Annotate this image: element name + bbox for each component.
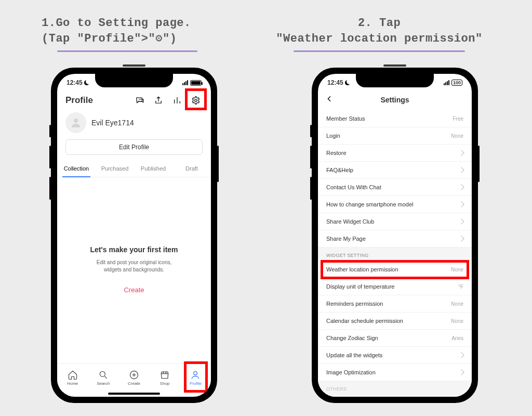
share-icon[interactable] [154,96,163,105]
home-indicator [108,393,160,395]
settings-header: Settings [318,90,472,109]
phone-side-button-right [478,146,480,182]
chevron-right-icon [458,236,464,241]
chevron-right-icon [458,369,464,375]
row-change-model[interactable]: How to change smartphone model [318,196,472,213]
chevron-left-icon [325,95,334,103]
chat-icon[interactable] [135,96,144,105]
row-value: None [451,267,463,272]
empty-state: Let's make your first item Edit and post… [68,245,201,294]
caption-underline [57,50,197,52]
edit-profile-label: Edit Profile [119,144,149,151]
row-reminders[interactable]: Reminders permission None [318,295,472,313]
row-label: Update all the widgets [326,352,382,358]
user-row: Evil Eye1714 [57,112,211,133]
row-login[interactable]: Login None [318,127,472,145]
row-value: °F [458,284,463,290]
tab-draft[interactable]: Draft [172,161,211,177]
row-temp-unit[interactable]: Display unit of temperature °F [318,278,472,295]
tabbar-create[interactable]: Create [118,364,149,392]
chevron-right-icon [458,167,464,173]
tabbar-search[interactable]: Search [88,364,118,392]
highlight-profile-tab [184,361,208,393]
row-value: None [451,301,463,307]
row-image-opt[interactable]: Image Optimization [318,364,472,381]
tab-collection[interactable]: Collection [57,161,96,177]
status-time: 12:45 [66,79,83,86]
tabbar-home[interactable]: Home [57,364,88,392]
row-label: Calendar schedule permission [326,318,403,324]
phone-notch [356,74,434,87]
battery-icon [190,80,202,86]
tabbar-shop[interactable]: Shop [150,364,180,392]
back-button[interactable] [325,95,334,105]
edit-profile-button[interactable]: Edit Profile [65,139,203,155]
chevron-right-icon [458,201,464,207]
row-value: Aries [451,335,463,341]
screen-settings: 12:45 100 Settings Member Status Free Lo… [318,74,472,397]
plus-circle-icon [129,370,139,380]
phone-notch [95,74,173,87]
row-contact[interactable]: Contact Us With Chat [318,179,472,196]
username-label: Evil Eye1714 [91,119,134,127]
row-value: None [451,318,463,324]
stats-icon[interactable] [172,96,182,105]
step1-caption: 1.Go to Setting page. (Tap "Profile">"⚙"… [42,16,229,52]
row-share-club[interactable]: Share Widget Club [318,213,472,230]
row-faq[interactable]: FAQ&Help [318,162,472,179]
row-label: FAQ&Help [326,167,353,173]
row-value: None [451,133,463,139]
speaker-slot [383,64,406,67]
chevron-right-icon [458,150,464,155]
row-label: Login [326,133,340,139]
shop-icon [159,370,170,380]
row-label: Weather location permission [326,266,398,272]
home-icon [68,370,78,380]
profile-tabs: Collection Purchased Published Draft [57,161,211,177]
step1-line2: (Tap "Profile">"⚙") [42,31,229,47]
empty-title: Let's make your first item [68,245,201,254]
settings-list[interactable]: Member Status Free Login None Restore FA… [318,110,472,397]
empty-subtitle: Edit and post your original icons, widge… [68,259,201,274]
chevron-right-icon [458,352,464,358]
row-label: Restore [326,150,347,156]
row-label: Share Widget Club [326,218,374,225]
row-member-status[interactable]: Member Status Free [318,110,472,127]
phone-side-buttons-left [310,125,312,208]
step2-line2: "Weather location permission" [255,31,504,47]
section-widget-setting: WIDGET SETTING [318,248,472,261]
row-label: Change Zodiac Sign [326,335,378,341]
svg-point-1 [74,119,78,123]
row-weather-permission[interactable]: Weather location permission None [318,261,472,278]
create-link[interactable]: Create [68,286,201,294]
row-zodiac[interactable]: Change Zodiac Sign Aries [318,330,472,347]
tab-published[interactable]: Published [134,161,172,177]
caption-underline [294,50,465,52]
speaker-slot [123,64,145,67]
row-label: How to change smartphone model [326,201,414,207]
row-share-my-page[interactable]: Share My Page [318,230,472,248]
signal-icon [182,80,188,85]
phone-settings: 12:45 100 Settings Member Status Free Lo… [312,68,478,403]
step2-caption: 2. Tap "Weather location permission" [255,16,504,52]
row-restore[interactable]: Restore [318,145,472,162]
row-label: Member Status [326,115,365,122]
chevron-right-icon [458,184,464,190]
phone-profile: 12:45 Profile [51,68,217,403]
avatar[interactable] [65,112,86,133]
section-others: OTHERS [318,381,472,395]
row-calendar[interactable]: Calendar schedule permission None [318,313,472,330]
row-label: Share My Page [326,236,366,242]
svg-point-2 [100,371,105,376]
row-label: Contact Us With Chat [326,184,381,190]
tab-purchased[interactable]: Purchased [96,161,134,177]
step2-line1: 2. Tap [255,16,504,31]
page-title: Profile [65,95,93,106]
chevron-right-icon [458,218,464,224]
screen-profile: 12:45 Profile [57,74,211,397]
highlight-gear [185,88,207,110]
row-update-widgets[interactable]: Update all the widgets [318,347,472,364]
row-value: Free [453,116,463,122]
status-time: 12:45 [327,79,343,86]
phone-side-button-right [217,146,219,182]
